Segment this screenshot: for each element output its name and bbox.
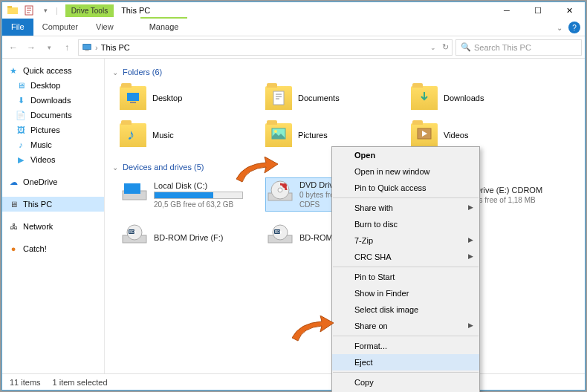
cm-select-disk-image[interactable]: Select disk image xyxy=(332,301,479,318)
folder-music[interactable]: ♪Music xyxy=(120,120,261,151)
search-placeholder: Search This PC xyxy=(474,43,531,52)
sidebar-downloads[interactable]: ⬇Downloads xyxy=(2,93,104,108)
drive-free: 20,5 GB free of 63,2 GB xyxy=(154,200,243,209)
svg-text:BD: BD xyxy=(275,229,280,234)
svg-rect-4 xyxy=(85,50,88,50)
submenu-arrow-icon: ▶ xyxy=(468,236,473,244)
file-tab[interactable]: File xyxy=(2,19,33,36)
drive-name: Drive (E:) CDROM xyxy=(475,186,542,195)
svg-rect-6 xyxy=(130,102,136,103)
pc-icon: 🖥 xyxy=(8,199,19,209)
folder-desktop[interactable]: Desktop xyxy=(120,82,261,114)
drive-bd-f[interactable]: BD BD-ROM Drive (F:) xyxy=(120,220,261,255)
view-tab[interactable]: View xyxy=(87,19,123,36)
explorer-icon xyxy=(7,4,19,16)
sidebar-documents[interactable]: 📄Documents xyxy=(2,108,104,122)
ribbon-collapse-icon[interactable]: ⌄ xyxy=(557,24,562,32)
ribbon: File Computer View Manage ⌄ ? xyxy=(2,19,585,36)
cm-eject[interactable]: Eject xyxy=(332,354,479,370)
svg-point-15 xyxy=(278,188,282,192)
drive-name: Local Disk (C:) xyxy=(154,181,243,190)
folder-icon xyxy=(120,86,146,110)
catch-icon: ● xyxy=(8,244,19,254)
pc-icon xyxy=(82,42,92,53)
search-icon: 🔍 xyxy=(461,42,471,52)
sidebar-quick-access[interactable]: ★Quick access xyxy=(2,63,104,78)
svg-rect-5 xyxy=(127,93,139,101)
sidebar-videos[interactable]: ▶Videos xyxy=(2,152,104,167)
cm-show-finder[interactable]: Show in Finder xyxy=(332,285,479,301)
sidebar-pictures[interactable]: 🖼Pictures xyxy=(2,122,104,137)
sidebar-catch[interactable]: ●Catch! xyxy=(2,241,104,256)
sidebar-onedrive[interactable]: ☁OneDrive xyxy=(2,174,104,189)
bd-icon: BD xyxy=(267,222,294,247)
forward-button[interactable]: → xyxy=(23,39,39,56)
sidebar-desktop[interactable]: 🖥Desktop xyxy=(2,78,104,93)
cm-7zip[interactable]: 7-Zip▶ xyxy=(332,232,479,249)
cm-burn[interactable]: Burn to disc xyxy=(332,216,479,232)
sidebar-this-pc[interactable]: 🖥This PC xyxy=(2,197,104,212)
minimize-button[interactable]: ─ xyxy=(491,2,522,19)
close-button[interactable]: ✕ xyxy=(554,2,585,19)
svg-rect-7 xyxy=(273,91,284,105)
folder-icon xyxy=(411,123,438,147)
search-input[interactable]: 🔍 Search This PC xyxy=(455,39,582,56)
breadcrumb[interactable]: › This PC ⌄ ↻ xyxy=(78,39,453,56)
drive-tools-tab[interactable]: Drive Tools xyxy=(65,4,114,17)
cm-pin-quick[interactable]: Pin to Quick access xyxy=(332,180,479,196)
cm-share-on[interactable]: Share on▶ xyxy=(332,318,479,334)
address-bar: ← → ▾ ↑ › This PC ⌄ ↻ 🔍 Search This PC xyxy=(2,36,585,59)
svg-rect-3 xyxy=(83,44,91,49)
svg-rect-0 xyxy=(7,7,18,14)
hdd-icon xyxy=(121,179,148,204)
submenu-arrow-icon: ▶ xyxy=(468,203,473,211)
capacity-bar xyxy=(154,192,243,199)
back-button[interactable]: ← xyxy=(5,39,22,56)
network-icon: 🖧 xyxy=(8,221,19,232)
status-items: 11 items xyxy=(10,378,41,387)
up-button[interactable]: ↑ xyxy=(59,39,75,56)
manage-tab[interactable]: Manage xyxy=(140,17,188,36)
properties-icon[interactable] xyxy=(23,4,35,16)
submenu-arrow-icon: ▶ xyxy=(468,321,473,329)
videos-icon: ▶ xyxy=(16,154,26,165)
quick-access-toolbar: ▾ | xyxy=(2,4,58,16)
context-menu: Open Open in new window Pin to Quick acc… xyxy=(331,146,480,392)
bd-icon: BD xyxy=(121,222,148,247)
window-controls: ─ ☐ ✕ xyxy=(491,2,585,19)
sidebar-music[interactable]: ♪Music xyxy=(2,137,104,152)
computer-tab[interactable]: Computer xyxy=(33,19,87,36)
qat-dropdown-icon[interactable]: ▾ xyxy=(39,4,51,16)
titlebar: ▾ | Drive Tools This PC ─ ☐ ✕ xyxy=(2,2,585,19)
cm-pin-start[interactable]: Pin to Start xyxy=(332,269,479,285)
folders-header[interactable]: Folders (6) xyxy=(112,65,577,79)
cm-crc-sha[interactable]: CRC SHA▶ xyxy=(332,249,479,265)
help-icon[interactable]: ? xyxy=(568,22,580,33)
cm-format[interactable]: Format... xyxy=(332,338,479,354)
cm-share-with[interactable]: Share with▶ xyxy=(332,200,479,216)
explorer-window: ▾ | Drive Tools This PC ─ ☐ ✕ File Compu… xyxy=(1,1,586,391)
maximize-button[interactable]: ☐ xyxy=(522,2,554,19)
submenu-arrow-icon: ▶ xyxy=(468,252,473,260)
folder-downloads[interactable]: Downloads xyxy=(411,82,552,114)
cm-open[interactable]: Open xyxy=(332,147,479,163)
recent-dropdown[interactable]: ▾ xyxy=(41,39,57,56)
cm-copy[interactable]: Copy xyxy=(332,374,479,391)
title-tabs: Drive Tools This PC xyxy=(65,4,158,17)
star-icon: ★ xyxy=(8,65,19,76)
breadcrumb-label: This PC xyxy=(101,43,130,52)
svg-rect-12 xyxy=(124,183,140,194)
folder-icon xyxy=(411,86,438,110)
callout-arrow-2 xyxy=(292,316,334,345)
status-selected: 1 item selected xyxy=(53,378,108,387)
folder-documents[interactable]: Documents xyxy=(265,82,406,114)
callout-arrow-1 xyxy=(236,157,278,186)
desktop-icon: 🖥 xyxy=(16,80,26,91)
music-icon: ♪ xyxy=(16,140,26,150)
cm-open-new-window[interactable]: Open in new window xyxy=(332,163,479,180)
folder-icon xyxy=(265,123,292,147)
svg-point-16 xyxy=(282,183,287,188)
sidebar-network[interactable]: 🖧Network xyxy=(2,219,104,234)
window-title: This PC xyxy=(114,4,158,17)
sidebar: ★Quick access 🖥Desktop ⬇Downloads 📄Docum… xyxy=(2,59,105,373)
